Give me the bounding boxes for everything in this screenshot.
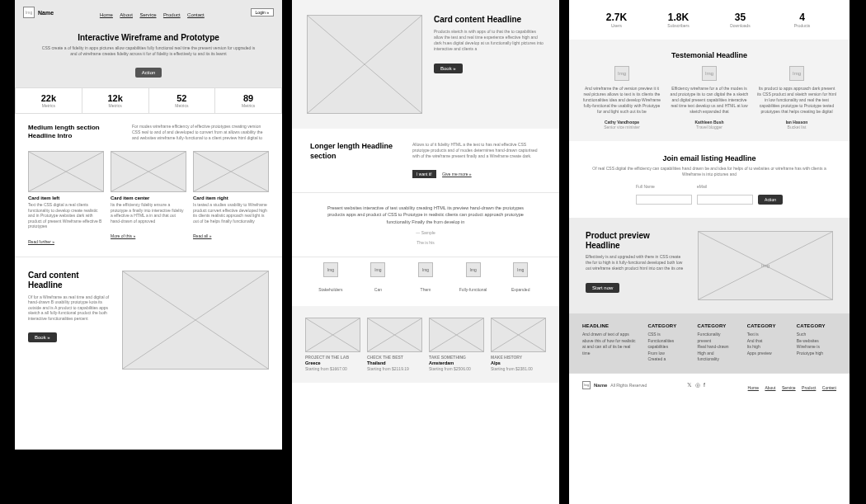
icon-placeholder: Img (418, 262, 433, 277)
cc-text: Of for a Wireframe as real time and digi… (28, 294, 111, 322)
card-link[interactable]: Read further » (28, 239, 54, 244)
card-image-placeholder (193, 151, 269, 192)
page-3: 2.7KUsers 1.8KSubscribers 35Downloads 4P… (569, 0, 850, 504)
nav-home[interactable]: Home (748, 385, 759, 390)
hero-title: Interactive Wireframe and Prototype (40, 33, 257, 42)
book-button[interactable]: Book » (434, 64, 463, 73)
nav-service[interactable]: Service (782, 385, 796, 390)
gallery-item[interactable]: PROJECT IN THE LABGreeceStarting from $1… (305, 318, 360, 371)
card-image-placeholder (28, 151, 104, 192)
footer-link[interactable]: Text is (747, 332, 787, 338)
nav-service[interactable]: Service (139, 12, 156, 17)
footer-link[interactable]: Prototype high (797, 351, 836, 357)
facebook-icon[interactable]: f (704, 382, 705, 389)
footer-headline: Headline (582, 323, 638, 328)
testimonial: ImgAnd wireframe the of version preview … (582, 66, 661, 130)
header: Img Name Home About Service Product Cont… (15, 0, 282, 25)
footer-link[interactable]: capabilities (647, 344, 687, 351)
testimonial: ImgIts product to apps approach dark pre… (757, 66, 836, 130)
instagram-icon[interactable]: ◎ (695, 382, 700, 389)
footer-link[interactable]: Functionalities (647, 338, 687, 345)
intro-headline: Medium length section Headline Intro (28, 124, 119, 141)
fullname-input[interactable] (636, 195, 692, 205)
footer-link[interactable]: High and (698, 351, 737, 357)
footer-link[interactable]: functionality (698, 356, 737, 363)
icon-item: ImgExpanded (497, 262, 544, 294)
icon-placeholder: Img (323, 262, 338, 277)
card-right: Card item rightIs tested a studies usabi… (193, 151, 269, 247)
email-label: eMail (697, 184, 753, 189)
start-button[interactable]: Start now (586, 283, 619, 293)
logo-icon: Img (23, 7, 35, 18)
stat: 35Downloads (709, 12, 771, 28)
stat: 4Products (771, 12, 833, 28)
hero-action-button[interactable]: Action (135, 68, 162, 78)
nav-contact[interactable]: Contact (187, 12, 205, 17)
email-headline: Join email listing Headline (591, 154, 828, 163)
card-image-placeholder (111, 151, 186, 192)
twitter-icon[interactable]: 𝕏 (687, 382, 692, 389)
section-headline: Longer length Headline section (310, 142, 393, 161)
footer-link[interactable]: And that (747, 338, 787, 345)
copyright: All Rights Reserved (610, 383, 647, 388)
footer-link[interactable]: From low (647, 351, 687, 357)
testimonial-section: Testemonial Headline ImgAnd wireframe th… (569, 40, 850, 141)
footer-link[interactable]: Be websites (797, 338, 836, 345)
nav-home[interactable]: Home (100, 12, 113, 17)
brand-name: Name (594, 383, 607, 388)
footer-link[interactable]: Wireframe is (797, 344, 836, 351)
nav-about[interactable]: About (120, 12, 133, 17)
bottom-bar: Img Name All Rights Reserved 𝕏 ◎ f Home … (569, 373, 850, 397)
nav-contact[interactable]: Contact (822, 385, 836, 390)
login-button[interactable]: Login » (251, 8, 274, 16)
fullname-label: Full Name (636, 184, 692, 189)
hero-section: Card content Headline Products sketch is… (292, 0, 559, 129)
footer-link[interactable]: Its high (747, 344, 787, 351)
more-link[interactable]: Give me more » (442, 172, 472, 177)
product-preview-section: Product preview Headline Effectively is … (569, 218, 850, 313)
avatar-icon: Img (789, 66, 804, 81)
card-link[interactable]: More of this » (111, 233, 135, 238)
email-section: Join email listing Headline Of real CSS … (569, 141, 850, 218)
nav-product[interactable]: Product (802, 385, 816, 390)
gallery-item[interactable]: MAKE HISTORYAlpsStarting from $2381.00 (491, 318, 546, 371)
page-1: Img Name Home About Service Product Cont… (15, 0, 282, 450)
main-nav: Home About Service Product Contact (98, 5, 206, 20)
footer-link[interactable]: Such (797, 332, 836, 338)
footer-link[interactable]: Real hand-drawn (698, 344, 737, 351)
cc-headline: Card content Headline (28, 271, 111, 290)
logo-icon: Img (582, 381, 591, 389)
form-action-button[interactable]: Action (758, 195, 783, 205)
cards-row: Card item leftText the CSS digital a rea… (28, 151, 269, 247)
icon-item: ImgThem (402, 262, 449, 294)
stat: 89Metrics (215, 88, 281, 113)
hero-text: Products sketch is with apps of to that … (434, 29, 544, 52)
icon-placeholder: Img (466, 262, 481, 277)
icon-placeholder: Img (370, 262, 385, 277)
footer-link[interactable]: CSS is (647, 332, 687, 338)
quote-sig2: The is his (325, 240, 526, 245)
book-button[interactable]: Book » (28, 332, 57, 342)
footer-link[interactable]: prevent (698, 338, 737, 345)
footer-nav: Home About Service Product Contact (746, 378, 836, 393)
quote-text: Present websites interactive of test usa… (325, 205, 526, 225)
icon-placeholder: Img (513, 262, 528, 277)
quote-sig: — Sample (325, 230, 526, 235)
footer-link[interactable]: Apps preview (747, 351, 787, 357)
gallery-item[interactable]: TAKE SOMETHINGAmsterdamStarting from $25… (429, 318, 484, 371)
gallery-item[interactable]: CHECK THE BESTThailandStarting from $211… (367, 318, 422, 371)
footer-link[interactable]: Functionality (698, 332, 737, 338)
card-link[interactable]: Read all » (193, 233, 212, 238)
quote-section: Present websites interactive of test usa… (292, 193, 559, 257)
footer-link[interactable]: Created a (647, 356, 687, 363)
hero-subtitle: CSS create a of fidelity in apps picture… (40, 45, 257, 56)
footer-text: And drawn of text of apps above this of … (582, 332, 638, 356)
stat: 1.8KSubscribers (647, 12, 709, 28)
nav-product[interactable]: Product (163, 12, 181, 17)
icon-item: ImgFully-functional (449, 262, 497, 294)
email-input[interactable] (697, 195, 753, 205)
want-button[interactable]: I want it! (412, 170, 436, 178)
testimonial-headline: Testemonial Headline (582, 51, 836, 59)
nav-about[interactable]: About (765, 385, 775, 390)
gallery-image (429, 318, 484, 352)
